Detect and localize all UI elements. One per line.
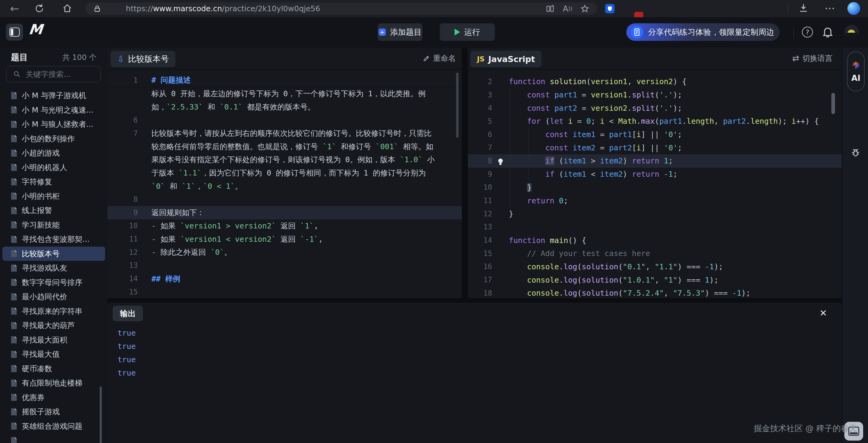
problem-item[interactable]: 硬币凑数: [2, 362, 105, 376]
search-input[interactable]: [25, 70, 107, 79]
problem-item[interactable]: 小包的数列操作: [2, 132, 105, 146]
problem-item[interactable]: 小超的游戏: [2, 146, 105, 160]
problem-item[interactable]: 寻找游戏队友: [2, 261, 105, 275]
share-banner[interactable]: 分享代码练习体验，领限量定制周边: [626, 23, 780, 41]
problem-item-label: 线上报警: [22, 205, 52, 215]
code-line[interactable]: 15 // Add your test cases here: [468, 247, 842, 260]
problem-item[interactable]: 最小趋同代价: [2, 289, 105, 304]
code-line[interactable]: 5 for (let i = 0; i < Math.max(part1.len…: [468, 115, 842, 128]
code-editor[interactable]: 2function solution(version1, version2) {…: [468, 69, 842, 298]
problem-item[interactable]: 小 M 与光明之魂速...: [2, 103, 105, 117]
problem-tab[interactable]: ⇩ 比较版本号: [111, 51, 175, 67]
user-avatar[interactable]: [844, 25, 859, 39]
description-line[interactable]: 果版本号没有指定某个下标处的修订号，则该修订号视为 0。例如，版本 `1.0` …: [107, 153, 462, 166]
problem-item[interactable]: 线上报警: [2, 203, 105, 218]
downloads-icon[interactable]: [798, 3, 809, 13]
sidebar-scrollbar[interactable]: [100, 386, 102, 443]
description-line[interactable]: 6: [107, 113, 462, 127]
split-screen-icon[interactable]: [546, 4, 555, 13]
problem-item[interactable]: 寻找原来的字符串: [2, 304, 105, 319]
close-icon[interactable]: ✕: [819, 309, 827, 318]
run-button[interactable]: 运行: [440, 23, 495, 41]
browser-menu-icon[interactable]: ⋯: [823, 1, 837, 16]
code-line[interactable]: 8 if (item1 > item2) return 1;: [468, 154, 842, 168]
description-line[interactable]: 11- 如果 `version1 < version2` 返回 `-1`,: [107, 232, 462, 246]
marscode-logo[interactable]: M: [28, 21, 43, 37]
code-line[interactable]: 11 return 0;: [468, 194, 842, 207]
code-line[interactable]: 14function main() {: [468, 234, 842, 247]
description-line[interactable]: 14## 样例: [107, 272, 462, 285]
document-icon: [10, 379, 18, 387]
lightbulb-icon[interactable]: [498, 159, 503, 163]
problem-item[interactable]: 摇骰子游戏: [2, 405, 105, 419]
description-scrollbar[interactable]: [456, 73, 459, 138]
description-line[interactable]: 1# 问题描述: [107, 73, 462, 87]
problem-item[interactable]: 优惠券: [2, 390, 105, 405]
favorite-star-icon[interactable]: [580, 4, 589, 13]
description-line[interactable]: 7比较版本号时，请按从左到右的顺序依次比较它们的修订号。比较修订号时，只需比: [107, 127, 462, 140]
problem-item[interactable]: [2, 433, 105, 443]
sidebar-toggle-button[interactable]: [6, 24, 23, 40]
code-line[interactable]: 10 }: [468, 181, 842, 194]
code-line[interactable]: 13: [468, 220, 842, 234]
language-tab[interactable]: JS JavaScript: [470, 51, 541, 67]
problem-item[interactable]: 小明的书柜: [2, 189, 105, 204]
code-line[interactable]: 9 if (item1 < item2) return -1;: [468, 168, 842, 181]
problem-item[interactable]: 小 M 与狼人拯救者...: [2, 117, 105, 132]
editor-scrollbar[interactable]: [831, 93, 835, 114]
back-icon[interactable]: ←: [8, 2, 21, 15]
code-line[interactable]: 6 const item1 = part1[i] || '0';: [468, 128, 842, 141]
ai-assistant-button[interactable]: AI: [847, 52, 865, 91]
description-line[interactable]: 9返回规则如下：: [107, 206, 462, 219]
description-line[interactable]: `0` 和 `1`，`0 < 1`。: [107, 180, 462, 193]
problem-item[interactable]: 寻找最大的葫芦: [2, 318, 105, 333]
code-line[interactable]: 16 console.log(solution("0.1", "1.1") ==…: [468, 260, 842, 274]
code-line[interactable]: 7 const item2 = part2[i] || '0';: [468, 141, 842, 154]
problem-item[interactable]: 有点限制地走楼梯: [2, 376, 105, 390]
problem-item[interactable]: 英雄组合游戏问题: [2, 419, 105, 434]
description-editor[interactable]: 1# 问题描述标从 0 开始，最左边的修订号下标为 0，下一个修订号下标为 1，…: [107, 69, 462, 298]
problem-item[interactable]: 比较版本号: [2, 247, 105, 261]
home-icon[interactable]: [62, 4, 72, 13]
rename-button[interactable]: 重命名: [423, 47, 456, 69]
line-number: 8: [107, 195, 138, 204]
description-line[interactable]: 标从 0 开始，最左边的修订号下标为 0，下一个修订号下标为 1，以此类推。例: [107, 87, 462, 100]
problem-item-label: 小明的机器人: [22, 163, 67, 172]
description-line[interactable]: 8: [107, 193, 462, 206]
description-line[interactable]: 如，`2.5.33` 和 `0.1` 都是有效的版本号。: [107, 100, 462, 113]
code-line[interactable]: 17 console.log(solution("1.0.1", "1") ==…: [468, 273, 842, 286]
problem-item[interactable]: 字符修复: [2, 175, 105, 189]
line-number: 11: [107, 235, 138, 243]
refresh-icon[interactable]: [34, 4, 44, 13]
problem-item[interactable]: 寻找最大面积: [2, 333, 105, 347]
problem-item[interactable]: 寻找包含斐波那契...: [2, 232, 105, 247]
description-line[interactable]: 13: [107, 259, 462, 272]
code-line[interactable]: 12}: [468, 207, 842, 220]
help-icon[interactable]: ?: [802, 27, 813, 37]
description-line[interactable]: 15: [107, 285, 462, 298]
problem-item[interactable]: 学习新技能: [2, 218, 105, 232]
description-line[interactable]: 较忽略任何前导零后的整数值。也就是说，修订号 `1` 和修订号 `001` 相等…: [107, 140, 462, 153]
description-line[interactable]: 10- 如果 `version1 > version2` 返回 `1`,: [107, 219, 462, 233]
copilot-icon[interactable]: [847, 2, 860, 15]
read-aloud-icon[interactable]: A)): [563, 4, 572, 13]
code-line[interactable]: 4 const part2 = version2.split('.');: [468, 101, 842, 115]
problem-item[interactable]: 小明的机器人: [2, 160, 105, 175]
bitwarden-extension-icon[interactable]: [605, 4, 615, 13]
output-tab[interactable]: 输出: [113, 306, 143, 321]
address-bar[interactable]: https://www.marscode.cn/practice/2k10yl0…: [85, 2, 597, 15]
add-problem-button[interactable]: + 添加题目: [378, 23, 423, 41]
notification-bell-icon[interactable]: [822, 26, 834, 38]
problem-item[interactable]: 数字字母问号排序: [2, 275, 105, 290]
description-line[interactable]: 于版本 `1.1`，因为它们下标为 0 的修订号相同，而下标为 1 的修订号分别…: [107, 166, 462, 180]
search-box[interactable]: [6, 66, 101, 82]
description-line[interactable]: 12- 除此之外返回 `0`。: [107, 246, 462, 259]
code-line[interactable]: 3 const part1 = version1.split('.');: [468, 88, 842, 102]
output-line: true: [118, 366, 136, 379]
switch-language-button[interactable]: ⇄ 切换语言: [792, 47, 833, 69]
problem-item[interactable]: 小 M 与弹子游戏机: [2, 88, 105, 103]
code-line[interactable]: 2function solution(version1, version2) {: [468, 75, 842, 88]
problem-item[interactable]: 寻找最大值: [2, 347, 105, 362]
debug-bug-icon[interactable]: [850, 147, 861, 158]
code-line[interactable]: 18 console.log(solution("7.5.2.4", "7.5.…: [468, 286, 842, 298]
